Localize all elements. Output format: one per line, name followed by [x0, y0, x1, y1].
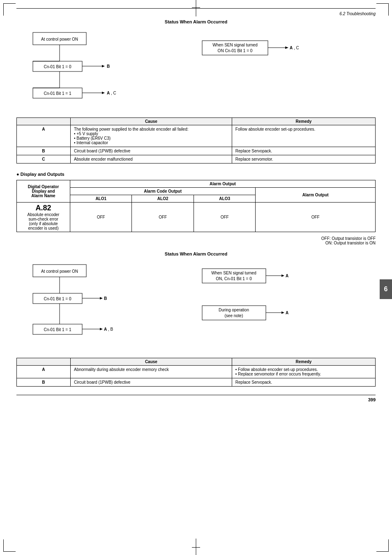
row-label-c1: C: [17, 155, 71, 164]
list-item: Replace servomotor if error occurs frequ…: [235, 372, 372, 376]
th-remedy-1: Remedy: [232, 118, 375, 125]
th-label-2: [17, 358, 71, 366]
cause-c1: Absolute encoder malfunctioned: [70, 155, 232, 164]
corner-decoration-tr: [376, 3, 389, 16]
list-item: Internal capacitor: [74, 140, 228, 145]
flowchart2-left: At control power ON Cn-01 Bit 1 = 0 B Cn…: [29, 260, 192, 352]
crosshair-top: [192, 0, 200, 16]
svg-marker-7: [102, 65, 105, 67]
svg-text:At control power ON: At control power ON: [41, 269, 78, 274]
note-line1: OFF: Output transistor is OFF: [321, 236, 376, 241]
svg-marker-30: [100, 297, 103, 299]
svg-text:Cn-01 Bit 1 = 1: Cn-01 Bit 1 = 1: [44, 91, 71, 96]
svg-text:A: A: [286, 274, 288, 278]
svg-marker-35: [100, 328, 103, 330]
remedy-c1: Replace servomotor.: [232, 155, 375, 164]
flowchart2-right-svg: When SEN signal turned ON, Cn-01 Bit 1 =…: [200, 265, 315, 347]
remedy-a2: Follow absolute encoder set-up procedure…: [232, 366, 375, 378]
svg-text:When SEN signal turned: When SEN signal turned: [212, 43, 258, 47]
svg-text:A: A: [286, 311, 288, 315]
flowchart1-right-svg: When SEN signal turned ON Cn-01 Bit 1 = …: [200, 37, 315, 69]
alo2-header: ALO2: [132, 195, 194, 203]
row-label-a2: A: [17, 366, 71, 378]
svg-text:A: A: [107, 91, 110, 95]
table-row: B Circuit board (1PWB) defective Replace…: [17, 378, 376, 387]
svg-text:When SEN signal turned: When SEN signal turned: [211, 271, 256, 275]
svg-text:, C: , C: [294, 46, 299, 50]
section-tab: 6: [380, 279, 392, 299]
corner-decoration-bl: [3, 539, 16, 552]
section1-title: Status When Alarm Occurred: [16, 19, 376, 24]
alarm-name-display: Absolute encodersum-check error(only if …: [19, 212, 67, 230]
alo3-value: OFF: [194, 203, 255, 232]
svg-text:During operation: During operation: [219, 308, 249, 312]
flowchart1-right: When SEN signal turned ON Cn-01 Bit 1 = …: [200, 28, 363, 111]
alarm-output-header: Alarm Output: [70, 180, 376, 188]
alarm-code-cell: A.82 Absolute encodersum-check error(onl…: [17, 203, 70, 232]
list-item: Battery (ER6V C3): [74, 136, 228, 140]
flowchart1-svg: At control power ON Cn-01 Bit 1 = 0 B: [29, 28, 136, 111]
row-label-b1: B: [17, 147, 71, 155]
section2-header: Display and Outputs: [16, 172, 376, 177]
svg-text:B: B: [107, 64, 110, 69]
list-item: +5 V supply: [74, 131, 228, 136]
alarm-row: A.82 Absolute encodersum-check error(onl…: [17, 203, 376, 232]
cause-b2: Circuit board (1PWB) defective: [70, 378, 232, 387]
svg-text:ON, Cn-01 Bit 1 = 0: ON, Cn-01 Bit 1 = 0: [216, 276, 252, 281]
list-item: Follow absolute encoder set-up procedure…: [235, 367, 372, 372]
remedy-a2-list: Follow absolute encoder set-up procedure…: [235, 367, 372, 376]
svg-text:Cn-01 Bit 1 = 1: Cn-01 Bit 1 = 1: [44, 327, 71, 332]
table-row: A Abnormality during absolute encoder me…: [17, 366, 376, 378]
table-row: C Absolute encoder malfunctioned Replace…: [17, 155, 376, 164]
alarm-output-col-header: Alarm Output: [256, 188, 376, 203]
alarm-code-display: A.82: [19, 204, 67, 212]
alarm-table-col1-header: Digital OperatorDisplay andAlarm Name: [17, 180, 70, 203]
flowchart2-container: At control power ON Cn-01 Bit 1 = 0 B Cn…: [16, 260, 376, 352]
svg-text:ON Cn-01 Bit 1 = 0: ON Cn-01 Bit 1 = 0: [218, 48, 253, 53]
svg-text:Cn-01 Bit 1 = 0: Cn-01 Bit 1 = 0: [44, 297, 71, 301]
remedy-b2: Replace Servopack.: [232, 378, 375, 387]
section3-title: Status When Alarm Occurred: [16, 251, 376, 256]
note-line2: ON: Output transistor is ON: [325, 241, 376, 245]
alo1-value: OFF: [70, 203, 132, 232]
row-label-b2: B: [17, 378, 71, 387]
table-row: B Circuit board (1PWB) defective Replace…: [17, 147, 376, 155]
corner-decoration-tl: [3, 3, 16, 16]
th-remedy-2: Remedy: [232, 358, 375, 366]
page-number: 399: [16, 397, 376, 402]
svg-text:At control power ON: At control power ON: [41, 37, 78, 41]
cause-table-2: Cause Remedy A Abnormality during absolu…: [16, 358, 376, 387]
cause-table-1: Cause Remedy A The following power suppl…: [16, 117, 376, 164]
note-text: OFF: Output transistor is OFF ON: Output…: [16, 236, 376, 245]
crosshair-bottom: [192, 539, 200, 555]
remedy-a1: Follow absolute encoder set-up procedure…: [232, 125, 375, 147]
svg-marker-48: [281, 311, 284, 314]
flowchart2-right: When SEN signal turned ON, Cn-01 Bit 1 =…: [200, 260, 363, 352]
alarm-table: Digital OperatorDisplay andAlarm Name Al…: [16, 180, 376, 232]
bottom-divider: [16, 395, 376, 395]
alo3-header: ALO3: [194, 195, 255, 203]
svg-marker-42: [281, 274, 284, 277]
svg-marker-12: [102, 92, 105, 94]
cause-b1: Circuit board (1PWB) defective: [70, 147, 232, 155]
svg-text:, C: , C: [111, 91, 116, 95]
svg-text:(see note): (see note): [224, 313, 243, 318]
svg-text:A: A: [290, 46, 293, 50]
row-label-a1: A: [17, 125, 71, 147]
cause-a2: Abnormality during absolute encoder memo…: [70, 366, 232, 378]
remedy-b1: Replace Servopack.: [232, 147, 375, 155]
th-cause-1: Cause: [70, 118, 232, 125]
flowchart1-left: At control power ON Cn-01 Bit 1 = 0 B: [29, 28, 192, 111]
table-row: A The following power supplied to the ab…: [17, 125, 376, 147]
cause-a1-list: +5 V supply Battery (ER6V C3) Internal c…: [74, 131, 228, 145]
flowchart2-svg: At control power ON Cn-01 Bit 1 = 0 B Cn…: [29, 260, 136, 351]
alo2-value: OFF: [132, 203, 194, 232]
page-header-text: 6.2 Troubleshooting: [339, 12, 376, 16]
svg-text:A: A: [104, 327, 107, 332]
th-cause-2: Cause: [70, 358, 232, 366]
svg-text:, B: , B: [108, 327, 113, 332]
alarm-code-header: Alarm Code Output: [70, 188, 256, 195]
corner-decoration-br: [376, 539, 389, 552]
th-label-1: [17, 118, 71, 125]
flowchart1-container: At control power ON Cn-01 Bit 1 = 0 B: [16, 28, 376, 111]
